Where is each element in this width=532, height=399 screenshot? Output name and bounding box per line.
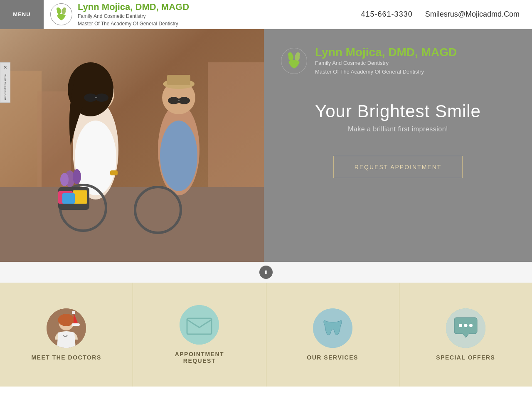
- svg-point-39: [296, 52, 300, 57]
- logo-subtitle1: Family And Cosmetic Dentistry: [78, 12, 189, 20]
- hero-logo-row: Lynn Mojica, DMD, MAGD Family And Cosmet…: [281, 46, 457, 76]
- hero-panel: Lynn Mojica, DMD, MAGD Family And Cosmet…: [264, 29, 532, 262]
- request-appointment-button[interactable]: REQUEST APPOINTMENT: [333, 156, 463, 178]
- meet-doctors-icon: [47, 308, 86, 348]
- svg-rect-6: [0, 187, 264, 262]
- hero-tagline: Your Brightest Smile Make a brilliant fi…: [315, 101, 481, 133]
- card-services-label: OUR SERVICES: [307, 354, 358, 361]
- hero-tagline-sub: Make a brilliant first impression!: [348, 126, 448, 133]
- svg-rect-34: [110, 170, 118, 175]
- logo-icon: [50, 3, 73, 26]
- hero-logo-sub2: Master Of The Academy Of General Dentist…: [315, 68, 457, 76]
- svg-rect-9: [208, 62, 264, 187]
- logo-area: Lynn Mojica, DMD, MAGD Family And Cosmet…: [44, 2, 361, 27]
- svg-point-4: [63, 7, 66, 11]
- card-appointment[interactable]: APPOINTMENT REQUEST: [133, 283, 266, 387]
- svg-point-29: [73, 169, 81, 184]
- pause-icon: ⏸: [264, 269, 268, 275]
- svg-point-23: [178, 97, 190, 104]
- slideshow-controls: ⏸: [0, 262, 532, 283]
- svg-point-51: [464, 324, 467, 327]
- hero-logo-sub1: Family And Cosmetic Dentistry: [315, 59, 457, 68]
- hero-tagline-main: Your Brightest Smile: [315, 101, 481, 121]
- svg-point-3: [57, 7, 60, 11]
- hero-photo: [0, 29, 264, 262]
- menu-button[interactable]: MENU: [0, 0, 44, 29]
- svg-point-15: [160, 121, 197, 191]
- svg-rect-18: [167, 75, 190, 85]
- svg-rect-44: [71, 323, 80, 326]
- hero-logo-text: Lynn Mojica, DMD, MAGD Family And Cosmet…: [315, 46, 457, 76]
- pause-button[interactable]: ⏸: [259, 266, 273, 279]
- card-meet-doctors-label: MEET THE DOCTORS: [31, 354, 101, 361]
- logo-name: Lynn Mojica, DMD, MAGD: [78, 2, 189, 12]
- header: MENU Lynn Mojica, DMD, MAGD Family And C…: [0, 0, 532, 29]
- accessibility-label: Accessibility View: [3, 74, 7, 100]
- card-meet-doctors[interactable]: MEET THE DOCTORS: [0, 283, 133, 387]
- svg-point-38: [288, 52, 292, 57]
- accessibility-close-icon[interactable]: ✕: [3, 65, 7, 70]
- svg-rect-33: [62, 193, 75, 204]
- cards-section: MEET THE DOCTORS APPOINTMENT REQUEST OUR…: [0, 283, 532, 387]
- services-icon: [313, 308, 352, 348]
- hero-logo-name: Lynn Mojica, DMD, MAGD: [315, 46, 457, 59]
- accessibility-sidebar: ✕ Accessibility View: [0, 62, 10, 103]
- appointment-icon: [180, 305, 219, 345]
- hero-logo-icon: [281, 47, 308, 74]
- svg-point-46: [180, 305, 219, 345]
- offers-icon: [446, 308, 485, 348]
- svg-point-45: [72, 311, 75, 314]
- card-offers-label: SPECIAL OFFERS: [436, 354, 495, 361]
- card-offers[interactable]: SPECIAL OFFERS: [399, 283, 532, 387]
- svg-point-30: [60, 173, 69, 186]
- svg-point-50: [459, 324, 462, 327]
- hero-image: [0, 29, 264, 262]
- header-phone[interactable]: 415-661-3330: [361, 10, 413, 19]
- logo-subtitle2: Master Of The Academy Of General Dentist…: [78, 20, 189, 27]
- svg-point-22: [168, 97, 180, 104]
- header-email[interactable]: Smilesrus@Mojicadmd.Com: [425, 10, 520, 19]
- card-services[interactable]: OUR SERVICES: [266, 283, 399, 387]
- logo-text: Lynn Mojica, DMD, MAGD Family And Cosmet…: [78, 2, 189, 27]
- svg-rect-8: [37, 91, 71, 187]
- svg-rect-32: [73, 190, 87, 204]
- header-contact: 415-661-3330 Smilesrus@Mojicadmd.Com: [361, 10, 532, 19]
- card-appointment-label: APPOINTMENT REQUEST: [175, 351, 224, 364]
- svg-point-52: [469, 324, 473, 327]
- hero-section: Lynn Mojica, DMD, MAGD Family And Cosmet…: [0, 29, 532, 262]
